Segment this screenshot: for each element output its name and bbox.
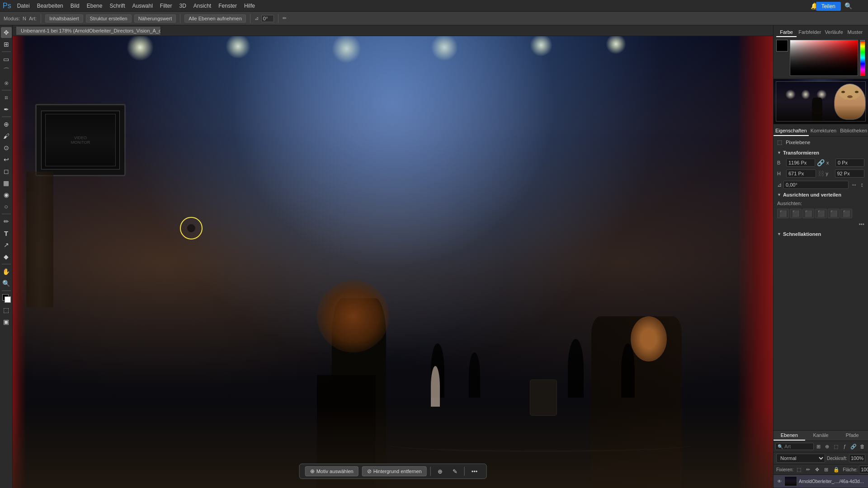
pen-tool-button[interactable]: ✏	[1, 216, 12, 227]
alle-ebenen-button[interactable]: Alle Ebenen aufnehmen	[184, 14, 245, 23]
layer-search-field[interactable]: 🔍	[775, 443, 814, 450]
layer-effects-button[interactable]: ƒ	[841, 442, 849, 450]
menu-3d[interactable]: 3D	[176, 2, 189, 10]
align-right-button[interactable]: ⬛	[802, 209, 814, 218]
hue-slider[interactable]	[860, 40, 865, 76]
flaeche-input[interactable]	[859, 465, 868, 474]
shape-tool-button[interactable]: ◆	[1, 251, 12, 262]
blend-mode-select[interactable]: Normal	[776, 454, 825, 463]
crop-tool-button[interactable]: ⌗	[1, 92, 12, 103]
tab-verlaufe[interactable]: Verläufe	[823, 28, 844, 37]
bottom-more-button[interactable]: •••	[468, 467, 481, 476]
lock-transparent-button[interactable]: ⬚	[795, 466, 803, 474]
opacity-input[interactable]	[849, 454, 865, 462]
document-tab[interactable]: Unbenannt-1 bei 178% (ArnoldOberleiter_D…	[16, 27, 161, 35]
gradient-tool-button[interactable]: ▦	[1, 178, 12, 188]
canvas-area[interactable]: VIDEOMONITOR	[13, 36, 773, 488]
brush-tool-button[interactable]: 🖌	[1, 131, 12, 141]
foreground-color-button[interactable]	[1, 293, 12, 304]
hand-tool-button[interactable]: ✋	[1, 266, 12, 277]
tab-korrekturen[interactable]: Korrekturen	[809, 126, 838, 136]
history-brush-tool-button[interactable]: ↩	[1, 154, 12, 165]
tab-pfade[interactable]: Pfade	[836, 431, 868, 441]
menu-ebene[interactable]: Ebene	[84, 2, 106, 10]
bottom-tool-1[interactable]: ⊕	[434, 467, 446, 476]
eyedropper-tool-button[interactable]: ✒	[1, 104, 12, 115]
clone-tool-button[interactable]: ⊙	[1, 142, 12, 153]
artboard-tool-button[interactable]: ⊞	[1, 39, 12, 50]
height-label: H	[777, 171, 784, 176]
screen-mode-button[interactable]: ▣	[1, 316, 12, 327]
layer-thumb-image	[785, 477, 797, 486]
menu-filter[interactable]: Filter	[157, 2, 175, 10]
naherungswert-button[interactable]: Näherungswert	[134, 14, 176, 23]
link-proportions-icon[interactable]: 🔗	[817, 159, 825, 166]
lock-position-button[interactable]: ✥	[813, 466, 821, 474]
menu-ansicht[interactable]: Ansicht	[190, 2, 214, 10]
lock-artboard-button[interactable]: ⊞	[822, 466, 830, 474]
menu-schrift[interactable]: Schrift	[106, 2, 128, 10]
align-center-h-button[interactable]: ⬛	[790, 209, 802, 218]
transform-section-header[interactable]: ▼ Transformieren	[774, 148, 868, 157]
quick-mask-button[interactable]: ⬚	[1, 305, 12, 315]
search-icon[interactable]: 🔍	[844, 2, 852, 9]
path-select-tool-button[interactable]: ↗	[1, 239, 12, 250]
bottom-tool-2[interactable]: ✎	[449, 467, 461, 476]
layer-item-1[interactable]: 👁 ArnoldOberleiter_..../46a-4d3dc6f899a6	[774, 475, 868, 488]
menu-hilfe[interactable]: Hilfe	[241, 2, 258, 10]
angle-input[interactable]	[261, 15, 274, 22]
schnellaktionen-header[interactable]: ▼ Schnellaktionen	[774, 230, 868, 239]
struktur-erstellen-button[interactable]: Struktur erstellen	[86, 14, 132, 23]
align-left-button[interactable]: ⬛	[777, 209, 789, 218]
layer-search-input[interactable]	[784, 444, 811, 449]
foreground-color-swatch[interactable]	[776, 40, 788, 52]
tab-ebenen[interactable]: Ebenen	[774, 431, 805, 441]
menu-bild[interactable]: Bild	[67, 2, 83, 10]
tab-bibliotheken[interactable]: Bibliotheken	[838, 126, 868, 136]
blur-tool-button[interactable]: ◉	[1, 189, 12, 200]
quick-select-tool-button[interactable]: ⍟	[1, 77, 12, 88]
marquee-tool-button[interactable]: ▭	[1, 54, 12, 65]
share-button[interactable]: Teilen	[816, 2, 841, 11]
menu-fenster[interactable]: Fenster	[215, 2, 240, 10]
dodge-tool-button[interactable]: ○	[1, 201, 12, 212]
text-tool-button[interactable]: T	[1, 228, 12, 239]
x-input[interactable]	[835, 159, 864, 167]
lock-pixels-button[interactable]: ✏	[804, 466, 812, 474]
move-tool-button[interactable]: ✥	[1, 27, 12, 38]
tab-farbe[interactable]: Farbe	[776, 28, 797, 37]
align-center-v-button[interactable]: ⬛	[828, 209, 840, 218]
eraser-tool-button[interactable]: ◻	[1, 166, 12, 177]
flip-h-icon[interactable]: ↔	[850, 180, 858, 189]
tab-kanale[interactable]: Kanäle	[805, 431, 837, 441]
inhaltsbasiert-button[interactable]: Inhaltsbasiert	[45, 14, 83, 23]
tab-muster[interactable]: Muster	[845, 28, 865, 37]
menu-bearbeiten[interactable]: Bearbeiten	[34, 2, 66, 10]
layer-add-mask-button[interactable]: ⬚	[832, 442, 840, 450]
menu-datei[interactable]: Datei	[14, 2, 33, 10]
color-gradient[interactable]	[790, 40, 858, 76]
align-bottom-button[interactable]: ⬛	[840, 209, 852, 218]
align-more-button[interactable]: •••	[859, 221, 864, 228]
subject-select-button[interactable]: ⊕ Motiv auswählen	[305, 466, 359, 476]
layer-new-fill-button[interactable]: ⊕	[823, 442, 831, 450]
align-section-header[interactable]: ▼ Ausrichten und verteilen	[774, 190, 868, 199]
layer-new-group-button[interactable]: ⊞	[815, 442, 822, 450]
menu-auswahl[interactable]: Auswahl	[129, 2, 156, 10]
layer-delete-button[interactable]: 🗑	[859, 442, 866, 450]
healing-tool-button[interactable]: ⊕	[1, 119, 12, 130]
tab-farbfelder[interactable]: Farbfelder	[797, 28, 823, 37]
lasso-tool-button[interactable]: ⌒	[1, 66, 12, 76]
lock-all-button[interactable]: 🔒	[831, 466, 841, 474]
width-input[interactable]	[786, 159, 815, 167]
layer-visibility-toggle[interactable]: 👁	[776, 478, 783, 484]
angle-input-prop[interactable]	[783, 181, 849, 189]
remove-bg-button[interactable]: ⊘ Hintergrund entfernen	[362, 466, 427, 476]
flip-v-icon[interactable]: ↕	[860, 180, 865, 189]
height-input[interactable]	[786, 169, 816, 178]
layer-link-button[interactable]: 🔗	[849, 442, 857, 450]
tab-eigenschaften[interactable]: Eigenschaften	[774, 126, 809, 136]
zoom-tool-button[interactable]: 🔍	[1, 278, 12, 289]
y-input[interactable]	[835, 169, 865, 178]
align-top-button[interactable]: ⬛	[815, 209, 827, 218]
